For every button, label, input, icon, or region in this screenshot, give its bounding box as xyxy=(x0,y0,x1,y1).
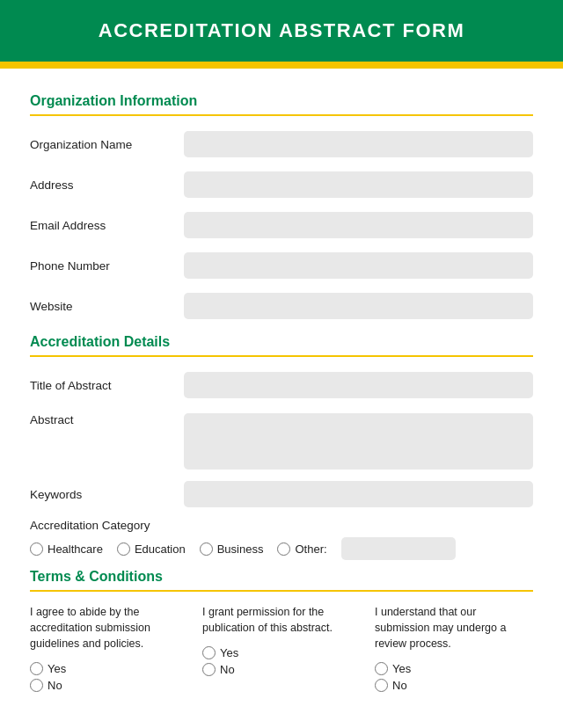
form-row-org-name: Organization Name xyxy=(30,128,533,160)
label-phone: Phone Number xyxy=(30,259,184,273)
terms-radio-no-2-input[interactable] xyxy=(202,663,216,676)
terms-no-label-2: No xyxy=(220,663,235,676)
radio-healthcare-label: Healthcare xyxy=(48,542,103,556)
form-row-email: Email Address xyxy=(30,209,533,241)
page-header: ACCREDITATION ABSTRACT FORM xyxy=(0,0,563,62)
form-row-title-abstract: Title of Abstract xyxy=(30,369,533,401)
label-org-name: Organization Name xyxy=(30,138,184,151)
terms-col-2: I grant permission for the publication o… xyxy=(202,604,361,692)
terms-radio-group-1: Yes No xyxy=(30,662,188,692)
terms-radio-group-3: Yes No xyxy=(375,662,533,692)
accred-section-divider xyxy=(30,355,533,357)
form-row-keywords: Keywords xyxy=(30,478,533,510)
radio-education-label: Education xyxy=(135,542,186,556)
terms-radio-no-3[interactable]: No xyxy=(375,679,533,692)
terms-radio-no-3-input[interactable] xyxy=(375,679,388,692)
terms-radio-no-2[interactable]: No xyxy=(202,663,361,676)
radio-other[interactable]: Other: xyxy=(277,542,326,556)
radio-business-label: Business xyxy=(217,542,264,556)
terms-yes-label-3: Yes xyxy=(392,662,411,675)
input-address[interactable] xyxy=(184,171,533,198)
accred-category-label: Accreditation Category xyxy=(30,519,533,532)
terms-no-label-1: No xyxy=(48,679,62,692)
terms-radio-yes-3-input[interactable] xyxy=(375,662,388,675)
label-website: Website xyxy=(30,300,184,313)
terms-yes-label-1: Yes xyxy=(48,662,66,675)
terms-col-1: I agree to abide by the accreditation su… xyxy=(30,604,188,692)
form-row-address: Address xyxy=(30,169,533,200)
input-other-category[interactable] xyxy=(341,537,456,560)
accred-category-radio-row: Healthcare Education Business Other: xyxy=(30,537,533,560)
accred-section: Accreditation Details Title of Abstract … xyxy=(30,334,533,560)
terms-section-title: Terms & Conditions xyxy=(30,569,533,585)
label-address: Address xyxy=(30,178,184,192)
terms-section: Terms & Conditions I agree to abide by t… xyxy=(30,569,533,692)
input-email[interactable] xyxy=(184,212,533,238)
radio-other-label: Other: xyxy=(295,542,326,556)
terms-text-1: I agree to abide by the accreditation su… xyxy=(30,604,188,652)
yellow-accent-bar xyxy=(0,62,563,69)
input-org-name[interactable] xyxy=(184,131,533,157)
form-row-website: Website xyxy=(30,290,533,322)
terms-text-3: I understand that our submission may und… xyxy=(375,604,533,652)
input-website[interactable] xyxy=(184,293,533,319)
radio-education-input[interactable] xyxy=(117,542,130,556)
radio-other-input[interactable] xyxy=(277,542,290,556)
terms-yes-label-2: Yes xyxy=(220,646,238,659)
form-content: Organization Information Organization Na… xyxy=(0,69,563,713)
org-section-title: Organization Information xyxy=(30,93,533,109)
terms-radio-group-2: Yes No xyxy=(202,646,361,676)
terms-radio-yes-1-input[interactable] xyxy=(30,662,43,675)
label-keywords: Keywords xyxy=(30,488,184,501)
radio-healthcare-input[interactable] xyxy=(30,542,43,556)
label-title-abstract: Title of Abstract xyxy=(30,379,184,392)
terms-radio-no-1-input[interactable] xyxy=(30,679,43,692)
terms-radio-yes-1[interactable]: Yes xyxy=(30,662,188,675)
terms-col-3: I understand that our submission may und… xyxy=(375,604,533,692)
terms-radio-yes-3[interactable]: Yes xyxy=(375,662,533,675)
input-title-abstract[interactable] xyxy=(184,372,533,398)
org-section: Organization Information Organization Na… xyxy=(30,93,533,322)
input-keywords[interactable] xyxy=(184,481,533,507)
terms-radio-no-1[interactable]: No xyxy=(30,679,188,692)
radio-business-input[interactable] xyxy=(200,542,213,556)
accred-category-section: Accreditation Category Healthcare Educat… xyxy=(30,519,533,560)
form-row-phone: Phone Number xyxy=(30,250,533,281)
label-abstract: Abstract xyxy=(30,413,184,426)
terms-grid: I agree to abide by the accreditation su… xyxy=(30,604,533,692)
form-row-abstract: Abstract xyxy=(30,410,533,470)
radio-education[interactable]: Education xyxy=(117,542,186,556)
org-section-divider xyxy=(30,114,533,116)
terms-radio-yes-2[interactable]: Yes xyxy=(202,646,361,659)
radio-business[interactable]: Business xyxy=(200,542,264,556)
terms-text-2: I grant permission for the publication o… xyxy=(202,604,361,636)
terms-radio-yes-2-input[interactable] xyxy=(202,646,216,659)
terms-no-label-3: No xyxy=(392,679,407,692)
input-abstract[interactable] xyxy=(184,413,533,470)
radio-healthcare[interactable]: Healthcare xyxy=(30,542,103,556)
terms-section-divider xyxy=(30,590,533,592)
label-email: Email Address xyxy=(30,219,184,232)
input-phone[interactable] xyxy=(184,252,533,279)
page-title: ACCREDITATION ABSTRACT FORM xyxy=(99,19,465,41)
accred-section-title: Accreditation Details xyxy=(30,334,533,350)
